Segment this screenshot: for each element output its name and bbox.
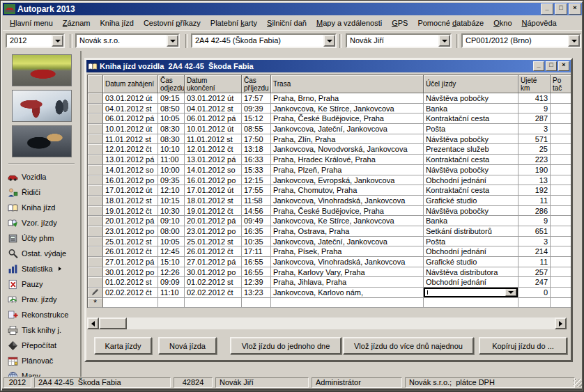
sidebar-item-kniha-jizd[interactable]: Kniha jízd — [8, 201, 80, 214]
sidebar-item-ucty-phm[interactable]: Účty phm — [8, 232, 80, 244]
window-minimize-button[interactable]: _ — [541, 3, 553, 15]
cell-route[interactable]: Jankovcova, Evropská, Jankovcova — [271, 175, 424, 186]
cell-date_start[interactable]: 04.01.2012 st — [103, 104, 158, 114]
sidebar-item-ridici[interactable]: Řidiči — [8, 186, 80, 198]
cell-date_end[interactable]: 16.01.2012 po — [185, 175, 242, 186]
column-header-km[interactable]: Ujeté km — [518, 75, 551, 93]
cell-date_start[interactable]: 14.01.2012 so — [103, 165, 158, 175]
cell-km[interactable] — [518, 298, 551, 308]
cell-km[interactable]: 257 — [518, 267, 551, 278]
row-selector[interactable] — [88, 206, 103, 217]
cell-purpose[interactable]: Grafické studio — [424, 196, 518, 206]
cell-km[interactable]: 9 — [518, 104, 551, 114]
sidebar-item-ostat-vydaje[interactable]: Ostat. výdaje — [8, 247, 80, 260]
cell-km[interactable]: 223 — [518, 155, 551, 165]
row-selector[interactable] — [88, 216, 103, 226]
cell-route[interactable]: Praha, Písek, Praha — [271, 246, 424, 257]
cell-time_dep[interactable]: 09:15 — [158, 93, 185, 104]
cell-route[interactable]: Praha, Brno, Praha — [271, 93, 424, 104]
cell-odometer[interactable] — [551, 175, 571, 186]
row-selector[interactable] — [88, 267, 103, 278]
cell-time_dep[interactable]: 09:09 — [158, 277, 185, 288]
cell-time_arr[interactable]: 17:11 — [242, 246, 271, 257]
cell-date_start[interactable]: 11.01.2012 st — [103, 134, 158, 145]
vehicle-combo-dropdown-button[interactable] — [323, 35, 335, 47]
cell-route[interactable]: Jankovcova, Ke Stírce, Jankovcova — [271, 104, 424, 114]
menu-item-cestovni-prikazy[interactable]: Cestovní příkazy — [139, 17, 206, 29]
cell-km[interactable]: 571 — [518, 134, 551, 145]
cell-odometer[interactable] — [551, 216, 571, 226]
cell-time_dep[interactable]: 10:10 — [158, 144, 185, 155]
cell-km[interactable]: 651 — [518, 226, 551, 237]
cell-km[interactable]: 287 — [518, 113, 551, 124]
scroll-right-button[interactable] — [555, 317, 567, 329]
cell-date_end[interactable]: 04.01.2012 st — [185, 104, 242, 114]
cell-route[interactable]: Praha, Ostrava, Praha — [271, 226, 424, 237]
cell-time_dep[interactable] — [158, 298, 185, 308]
cell-date_end[interactable]: 14.01.2012 so — [185, 165, 242, 175]
cell-purpose[interactable]: Setkání distributorů — [424, 226, 518, 237]
window-maximize-button[interactable]: □ — [555, 3, 567, 15]
cell-route[interactable]: Jankovcova, Jateční, Jankovcova — [271, 124, 424, 134]
cell-route[interactable]: Jankovcova, Karlovo nám, — [271, 288, 424, 298]
cell-time_arr[interactable]: 09:49 — [242, 216, 271, 226]
row-selector[interactable] — [88, 257, 103, 267]
cell-odometer[interactable] — [551, 246, 571, 257]
cell-time_arr[interactable]: 16:35 — [242, 226, 271, 237]
menu-item-pomocne-databaze[interactable]: Pomocné databáze — [413, 17, 489, 29]
row-selector[interactable] — [88, 104, 103, 114]
cell-purpose[interactable]: Kontraktační cesta — [424, 155, 518, 165]
cell-purpose[interactable]: Banka — [424, 216, 518, 226]
cell-time_arr[interactable]: 14:56 — [242, 206, 271, 217]
cell-date_start[interactable]: 01.02.2012 st — [103, 277, 158, 288]
sidebar-item-prepocitat[interactable]: Přepočítat — [8, 339, 80, 352]
row-selector[interactable] — [88, 113, 103, 124]
menu-item-okno[interactable]: Okno — [489, 17, 516, 29]
year-combo-dropdown-button[interactable] — [52, 35, 63, 47]
cell-purpose[interactable] — [424, 288, 518, 298]
cell-route[interactable]: Praha, Zlín, Praha — [271, 134, 424, 145]
cell-route[interactable]: Jankovcova, Vinohradská, Jankovcova — [271, 257, 424, 267]
window-close-button[interactable]: × — [569, 3, 581, 15]
cell-time_arr[interactable]: 15:12 — [242, 113, 271, 124]
cell-purpose[interactable]: Kontraktační cesta — [424, 185, 518, 196]
cell-date_end[interactable]: 02.02.2012 čt — [185, 288, 242, 298]
column-header-time_arr[interactable]: Čas příjezdu — [242, 75, 271, 93]
cell-time_arr[interactable]: 16:55 — [242, 257, 271, 267]
cell-date_end[interactable]: 13.01.2012 pá — [185, 155, 242, 165]
app-icon[interactable] — [4, 4, 15, 14]
column-header-selector[interactable] — [88, 75, 103, 93]
cell-odometer[interactable] — [551, 113, 571, 124]
insert-trip-single-day-button[interactable]: Vlož jízdu do jednoho dne — [230, 337, 341, 354]
cell-date_start[interactable]: 16.01.2012 po — [103, 175, 158, 186]
cell-time_dep[interactable]: 08:50 — [158, 104, 185, 114]
cell-date_end[interactable]: 06.01.2012 pá — [185, 113, 242, 124]
cell-purpose[interactable]: Návštěva pobočky — [424, 206, 518, 217]
row-selector[interactable] — [88, 93, 103, 104]
cell-date_start[interactable]: 06.01.2012 pá — [103, 113, 158, 124]
cell-time_dep[interactable]: 10:00 — [158, 165, 185, 175]
cell-purpose[interactable] — [424, 298, 518, 308]
trip-card-button[interactable]: Karta jízdy — [94, 337, 152, 354]
cell-time_arr[interactable]: 17:50 — [242, 134, 271, 145]
scrollbar-thumb[interactable] — [99, 317, 127, 329]
cell-time_dep[interactable]: 15:10 — [158, 257, 185, 267]
new-trip-button[interactable]: Nová jízda — [158, 337, 217, 354]
cell-purpose[interactable]: Obchodní jednání — [424, 246, 518, 257]
row-selector[interactable] — [88, 155, 103, 165]
sidebar-item-rekonstrukce[interactable]: Rekonstrukce — [8, 308, 80, 321]
driver-combo[interactable]: Novák Jiří — [346, 33, 452, 48]
cell-date_start[interactable]: 13.01.2012 pá — [103, 155, 158, 165]
column-header-purpose[interactable]: Účel jízdy — [424, 75, 518, 93]
cell-odometer[interactable] — [551, 165, 571, 175]
travel-order-combo-dropdown-button[interactable] — [568, 35, 580, 47]
cell-odometer[interactable] — [551, 104, 571, 114]
vehicle-combo[interactable]: 2A4 42-45 (Škoda Fabia) — [191, 33, 337, 48]
cell-time_arr[interactable]: 16:33 — [242, 155, 271, 165]
cell-date_start[interactable]: 20.01.2012 pá — [103, 216, 158, 226]
sidebar-item-vozidla[interactable]: Vozidla — [8, 171, 80, 183]
sidebar-item-tisk-knihy[interactable]: Tisk knihy j. — [8, 324, 80, 336]
cell-date_end[interactable]: 30.01.2012 po — [185, 267, 242, 278]
year-combo[interactable]: 2012 — [6, 33, 65, 48]
cell-purpose[interactable]: Obchodní jednání — [424, 175, 518, 186]
